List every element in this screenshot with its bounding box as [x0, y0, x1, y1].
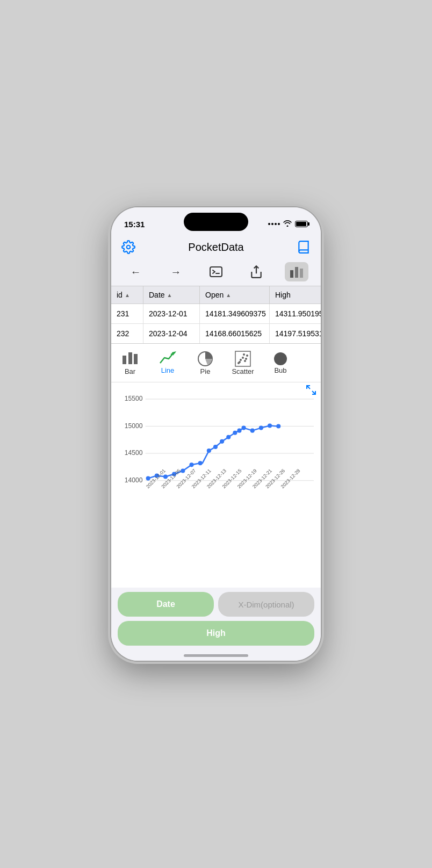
share-button[interactable] [244, 262, 268, 281]
svg-point-36 [213, 445, 218, 449]
battery-icon [295, 221, 308, 227]
app-title: PocketData [188, 241, 243, 254]
svg-text:15500: 15500 [125, 395, 143, 402]
td-open-0: 14181.349609375 [200, 304, 270, 323]
back-icon: ← [130, 266, 141, 278]
svg-point-32 [181, 468, 185, 473]
td-date-0: 2023-12-01 [143, 304, 200, 323]
svg-text:14500: 14500 [125, 449, 143, 457]
svg-point-42 [250, 429, 255, 433]
chart-type-bar: Bar Line Pie [111, 344, 321, 382]
svg-point-0 [127, 245, 131, 249]
status-icons [268, 220, 308, 228]
svg-rect-1 [210, 267, 222, 277]
svg-point-28 [146, 476, 150, 481]
forward-icon: → [170, 266, 181, 278]
back-button[interactable]: ← [124, 262, 147, 281]
svg-point-44 [268, 424, 272, 428]
chart-type-bubble-btn[interactable]: Bub [262, 349, 299, 377]
th-open[interactable]: Open ▲ [200, 286, 270, 303]
chart-area: 15500 15000 14500 14000 [111, 382, 321, 588]
nav-bar: PocketData [111, 234, 321, 260]
chart-type-scatter-btn[interactable]: Scatter [224, 348, 262, 378]
svg-point-45 [276, 424, 280, 429]
chart-type-bubble-label: Bub [274, 366, 286, 374]
home-indicator [111, 650, 321, 661]
svg-rect-5 [300, 269, 303, 278]
svg-point-19 [274, 352, 287, 365]
help-button[interactable] [295, 238, 312, 256]
svg-point-17 [245, 358, 247, 360]
svg-point-12 [240, 359, 242, 361]
data-table: id ▲ Date ▲ Open ▲ High 231 2023-12-01 1… [111, 286, 321, 344]
svg-point-14 [244, 360, 246, 362]
svg-text:15000: 15000 [125, 422, 143, 430]
forward-button[interactable]: → [164, 262, 188, 281]
chart-type-bar-btn[interactable]: Bar [111, 348, 149, 378]
signal-icon [268, 223, 280, 225]
svg-point-40 [237, 429, 241, 433]
chart-type-pie-label: Pie [200, 367, 211, 375]
svg-point-15 [246, 355, 248, 357]
td-open-1: 14168.66015625 [200, 324, 270, 343]
svg-text:14000: 14000 [125, 476, 143, 484]
chart-type-pie-btn[interactable]: Pie [186, 348, 224, 378]
toolbar: ← → [111, 260, 321, 286]
td-date-1: 2023-12-04 [143, 324, 200, 343]
line-chart: 15500 15000 14500 14000 [116, 389, 316, 507]
svg-rect-4 [295, 267, 298, 278]
svg-point-34 [198, 461, 203, 465]
svg-rect-3 [290, 270, 293, 278]
chart-toggle-button[interactable] [285, 262, 308, 281]
svg-point-16 [239, 361, 241, 363]
table-row: 231 2023-12-01 14181.349609375 14311.950… [111, 304, 321, 324]
xdim-button[interactable]: X-Dim(optional) [218, 592, 314, 617]
th-high[interactable]: High [270, 286, 321, 303]
svg-rect-7 [128, 352, 132, 364]
phone-frame: 15:31 [111, 207, 321, 661]
svg-point-35 [207, 449, 211, 453]
date-button[interactable]: Date [118, 592, 214, 617]
wifi-icon [283, 220, 292, 228]
th-date[interactable]: Date ▲ [143, 286, 200, 303]
svg-point-37 [220, 439, 224, 444]
status-time: 15:31 [124, 220, 145, 229]
svg-point-18 [243, 353, 245, 356]
th-id[interactable]: id ▲ [111, 286, 143, 303]
td-id-0: 231 [111, 304, 143, 323]
high-button[interactable]: High [118, 621, 314, 646]
td-id-1: 232 [111, 324, 143, 343]
terminal-button[interactable] [204, 262, 228, 281]
svg-point-39 [233, 431, 237, 435]
svg-rect-6 [123, 356, 126, 364]
td-high-1: 14197.51953125 [270, 324, 321, 343]
td-high-0: 14311.9501953... [270, 304, 321, 323]
settings-button[interactable] [120, 238, 137, 256]
svg-point-43 [259, 426, 263, 430]
svg-point-38 [226, 435, 231, 439]
button-row-1: Date X-Dim(optional) [118, 592, 314, 617]
home-bar [184, 654, 248, 657]
svg-point-41 [242, 426, 246, 430]
chart-type-scatter-label: Scatter [232, 367, 254, 375]
chart-type-line-btn[interactable]: Line [149, 349, 186, 377]
svg-point-33 [189, 462, 193, 467]
chart-wrapper: 15500 15000 14500 14000 [111, 387, 321, 509]
svg-rect-8 [134, 354, 138, 364]
table-row: 232 2023-12-04 14168.66015625 14197.5195… [111, 324, 321, 343]
bottom-buttons: Date X-Dim(optional) High [111, 588, 321, 650]
chart-type-line-label: Line [161, 366, 175, 374]
dynamic-island [184, 213, 248, 231]
status-bar: 15:31 [111, 207, 321, 234]
table-header: id ▲ Date ▲ Open ▲ High [111, 286, 321, 304]
svg-point-13 [242, 357, 244, 359]
chart-type-bar-label: Bar [125, 367, 135, 375]
